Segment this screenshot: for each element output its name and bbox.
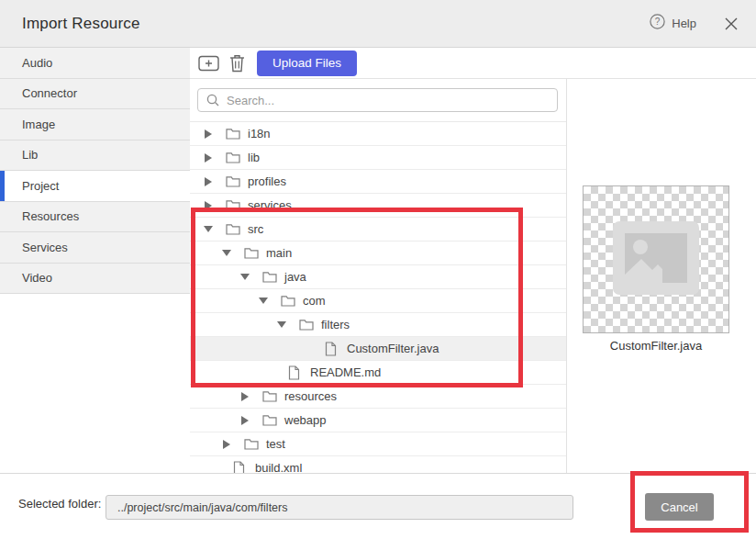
sidebar-item-label: Project — [0, 179, 59, 193]
collapse-arrow-icon[interactable] — [257, 298, 270, 305]
tree-item-profiles[interactable]: profiles — [190, 170, 566, 194]
tree-item-com[interactable]: com — [190, 289, 566, 313]
help-icon: ? — [650, 14, 665, 33]
expand-arrow-icon[interactable] — [220, 440, 233, 449]
preview-panel: CustomFilter.java — [567, 79, 756, 473]
tree-item-readme-md[interactable]: README.md — [190, 361, 566, 385]
folder-icon — [226, 175, 240, 187]
tree-item-label: java — [284, 270, 306, 284]
tree-item-label: README.md — [310, 365, 381, 379]
main-area: Upload Files i18nlibprofilesservicessrcm… — [190, 48, 756, 473]
close-icon[interactable] — [725, 17, 738, 30]
folder-icon — [262, 414, 277, 426]
sidebar-item-lib[interactable]: Lib — [0, 140, 190, 172]
folder-icon — [226, 199, 240, 211]
sidebar-item-label: Audio — [0, 56, 52, 70]
collapse-arrow-icon[interactable] — [239, 274, 251, 281]
sidebar-item-video[interactable]: Video — [0, 264, 190, 295]
sidebar-item-label: Image — [0, 118, 55, 131]
folder-icon — [226, 152, 240, 163]
tree-item-lib[interactable]: lib — [190, 146, 566, 170]
tree-item-label: CustomFilter.java — [347, 342, 439, 355]
selected-folder-input[interactable] — [106, 495, 573, 520]
folder-icon — [244, 438, 259, 450]
tree-item-label: com — [303, 294, 326, 308]
expand-arrow-icon[interactable] — [239, 416, 251, 425]
search-row — [190, 79, 566, 122]
cancel-button[interactable]: Cancel — [645, 493, 714, 521]
upload-files-button[interactable]: Upload Files — [257, 51, 357, 76]
tree-item-filters[interactable]: filters — [190, 313, 566, 337]
collapse-arrow-icon[interactable] — [202, 226, 215, 233]
trash-icon[interactable] — [229, 54, 245, 73]
tree-item-i18n[interactable]: i18n — [190, 122, 566, 146]
dialog-body: AudioConnectorImageLibProjectResourcesSe… — [0, 48, 756, 473]
dialog-footer: Selected folder: Cancel — [0, 473, 756, 539]
sidebar-item-resources[interactable]: Resources — [0, 202, 190, 233]
help-button[interactable]: ? Help — [650, 14, 696, 33]
dialog-header: Import Resource ? Help — [0, 0, 756, 48]
expand-arrow-icon[interactable] — [202, 177, 215, 186]
expand-arrow-icon[interactable] — [202, 129, 215, 139]
selected-folder-label: Selected folder: — [18, 497, 101, 511]
sidebar-item-label: Resources — [0, 209, 79, 223]
expand-arrow-icon[interactable] — [239, 392, 251, 401]
sidebar-item-connector[interactable]: Connector — [0, 79, 190, 110]
sidebar-item-image[interactable]: Image — [0, 109, 190, 140]
search-input[interactable] — [197, 88, 558, 112]
folder-icon — [244, 247, 259, 259]
tree-item-build-xml[interactable]: build.xml — [190, 456, 566, 473]
search-icon — [206, 94, 219, 107]
active-indicator — [0, 171, 5, 201]
search-box — [197, 88, 558, 112]
tree-item-main[interactable]: main — [190, 241, 566, 265]
tree-item-customfilter-java[interactable]: CustomFilter.java — [190, 337, 566, 361]
sidebar-item-services[interactable]: Services — [0, 232, 190, 264]
folder-icon — [226, 128, 240, 140]
tree-item-label: webapp — [284, 413, 327, 427]
file-icon — [288, 365, 303, 380]
collapse-arrow-icon[interactable] — [275, 321, 288, 329]
dialog-title: Import Resource — [22, 15, 140, 33]
sidebar-item-label: Video — [0, 271, 52, 285]
header-actions: ? Help — [650, 14, 738, 33]
tree-item-resources[interactable]: resources — [190, 385, 566, 409]
preview-thumbnail — [583, 185, 729, 333]
sidebar-item-label: Services — [0, 241, 68, 254]
new-folder-icon[interactable] — [198, 54, 219, 72]
tree-item-src[interactable]: src — [190, 218, 566, 241]
tree-item-label: test — [266, 437, 285, 451]
tree-item-label: i18n — [248, 127, 271, 140]
tree-item-label: build.xml — [255, 461, 302, 473]
folder-icon — [262, 390, 277, 402]
folder-icon — [262, 271, 277, 283]
collapse-arrow-icon[interactable] — [220, 250, 233, 257]
tree-item-label: profiles — [248, 174, 286, 188]
category-sidebar: AudioConnectorImageLibProjectResourcesSe… — [0, 48, 190, 473]
folder-icon — [226, 223, 240, 235]
tree-item-java[interactable]: java — [190, 265, 566, 289]
file-icon — [325, 342, 339, 356]
file-toolbar: Upload Files — [190, 48, 756, 79]
tree-item-label: src — [248, 222, 263, 236]
tree-item-webapp[interactable]: webapp — [190, 409, 566, 432]
sidebar-item-label: Lib — [0, 148, 38, 162]
file-icon — [233, 461, 248, 474]
content-area: i18nlibprofilesservicessrcmainjavacomfil… — [190, 79, 756, 473]
tree-column: i18nlibprofilesservicessrcmainjavacomfil… — [190, 79, 567, 473]
help-label: Help — [672, 17, 696, 30]
image-placeholder-icon — [613, 221, 699, 298]
tree-item-label: main — [266, 246, 292, 260]
tree-item-test[interactable]: test — [190, 432, 566, 456]
expand-arrow-icon[interactable] — [202, 153, 215, 163]
sidebar-item-label: Connector — [0, 86, 77, 100]
expand-arrow-icon[interactable] — [202, 201, 215, 210]
tree-item-services[interactable]: services — [190, 194, 566, 218]
sidebar-item-audio[interactable]: Audio — [0, 48, 190, 79]
folder-icon — [281, 295, 295, 307]
preview-caption: CustomFilter.java — [583, 339, 729, 353]
svg-text:?: ? — [655, 17, 661, 27]
import-resource-dialog: Import Resource ? Help AudioConnectorIma… — [0, 0, 756, 539]
sidebar-item-project[interactable]: Project — [0, 171, 190, 202]
tree-item-label: lib — [248, 151, 260, 164]
